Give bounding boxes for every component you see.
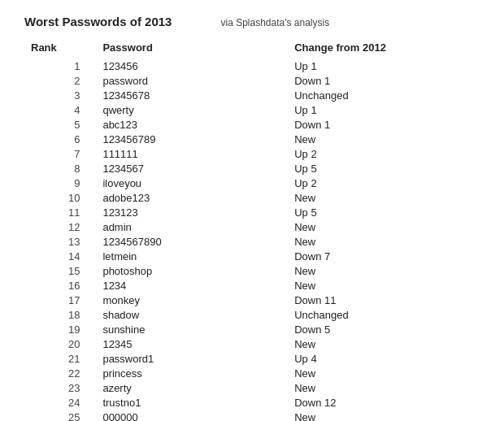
cell-rank: 22 (24, 366, 96, 380)
table-row: 312345678Unchanged (24, 88, 480, 102)
cell-password: password (96, 73, 288, 88)
cell-rank: 16 (24, 278, 96, 293)
cell-rank: 10 (24, 190, 96, 205)
cell-change: Unchanged (288, 88, 480, 102)
cell-password: 111111 (96, 146, 288, 161)
col-rank: Rank (24, 40, 96, 59)
subtitle: via Splashdata's analysis (220, 17, 329, 28)
table-row: 9iloveyouUp 2 (24, 176, 480, 190)
table-row: 2012345New (24, 336, 480, 351)
cell-change: Unchanged (288, 307, 480, 322)
cell-change: New (288, 263, 480, 278)
table-row: 15photoshopNew (24, 263, 480, 278)
cell-rank: 17 (24, 293, 96, 307)
table-row: 12adminNew (24, 219, 480, 234)
table-row: 161234New (24, 278, 480, 293)
cell-rank: 5 (24, 117, 96, 132)
cell-rank: 2 (24, 73, 96, 88)
table-row: 19sunshineDown 5 (24, 322, 480, 336)
cell-rank: 1 (24, 59, 96, 73)
cell-password: 1234567890 (96, 234, 288, 249)
cell-password: password1 (96, 351, 288, 366)
cell-rank: 13 (24, 234, 96, 249)
cell-rank: 8 (24, 161, 96, 176)
table-row: 11123123Up 5 (24, 205, 480, 219)
cell-password: 123123 (96, 205, 288, 219)
cell-password: 123456789 (96, 132, 288, 146)
table-row: 7111111Up 2 (24, 146, 480, 161)
cell-change: New (288, 278, 480, 293)
cell-rank: 15 (24, 263, 96, 278)
cell-change: New (288, 219, 480, 234)
cell-password: 1234 (96, 278, 288, 293)
col-change: Change from 2012 (288, 40, 480, 59)
cell-rank: 23 (24, 380, 96, 395)
cell-change: New (288, 410, 480, 421)
cell-rank: 24 (24, 395, 96, 410)
table-row: 21password1Up 4 (24, 351, 480, 366)
table-row: 6123456789New (24, 132, 480, 146)
cell-change: Up 5 (288, 161, 480, 176)
cell-change: Up 2 (288, 176, 480, 190)
table-row: 25000000New (24, 410, 480, 421)
table-row: 4qwertyUp 1 (24, 102, 480, 117)
cell-rank: 20 (24, 336, 96, 351)
cell-password: 12345 (96, 336, 288, 351)
cell-password: monkey (96, 293, 288, 307)
cell-rank: 14 (24, 249, 96, 263)
table-row: 2passwordDown 1 (24, 73, 480, 88)
cell-password: photoshop (96, 263, 288, 278)
cell-change: Down 5 (288, 322, 480, 336)
table-row: 24trustno1Down 12 (24, 395, 480, 410)
table-row: 131234567890New (24, 234, 480, 249)
cell-password: qwerty (96, 102, 288, 117)
cell-rank: 7 (24, 146, 96, 161)
passwords-table: Rank Password Change from 2012 1123456Up… (24, 40, 480, 421)
table-row: 18shadowUnchanged (24, 307, 480, 322)
cell-rank: 11 (24, 205, 96, 219)
cell-password: shadow (96, 307, 288, 322)
cell-change: New (288, 234, 480, 249)
cell-rank: 9 (24, 176, 96, 190)
title-row: Worst Passwords of 2013 via Splashdata's… (24, 15, 480, 28)
cell-change: New (288, 132, 480, 146)
cell-rank: 19 (24, 322, 96, 336)
cell-rank: 18 (24, 307, 96, 322)
cell-change: New (288, 336, 480, 351)
cell-change: Up 1 (288, 59, 480, 73)
col-password: Password (96, 40, 288, 59)
cell-password: trustno1 (96, 395, 288, 410)
cell-password: sunshine (96, 322, 288, 336)
cell-password: princess (96, 366, 288, 380)
table-row: 1123456Up 1 (24, 59, 480, 73)
cell-password: 000000 (96, 410, 288, 421)
cell-password: iloveyou (96, 176, 288, 190)
cell-password: letmein (96, 249, 288, 263)
cell-change: Up 2 (288, 146, 480, 161)
cell-change: Down 12 (288, 395, 480, 410)
cell-password: 1234567 (96, 161, 288, 176)
cell-change: Down 7 (288, 249, 480, 263)
cell-rank: 6 (24, 132, 96, 146)
cell-password: 12345678 (96, 88, 288, 102)
cell-password: admin (96, 219, 288, 234)
cell-change: Down 1 (288, 73, 480, 88)
cell-rank: 3 (24, 88, 96, 102)
cell-rank: 4 (24, 102, 96, 117)
table-row: 23azertyNew (24, 380, 480, 395)
table-row: 17monkeyDown 11 (24, 293, 480, 307)
cell-change: Up 5 (288, 205, 480, 219)
cell-change: Up 4 (288, 351, 480, 366)
cell-rank: 21 (24, 351, 96, 366)
cell-password: adobe123 (96, 190, 288, 205)
cell-change: Down 1 (288, 117, 480, 132)
cell-change: New (288, 366, 480, 380)
table-row: 14letmeinDown 7 (24, 249, 480, 263)
table-row: 10adobe123New (24, 190, 480, 205)
main-title: Worst Passwords of 2013 (24, 15, 172, 28)
table-row: 81234567Up 5 (24, 161, 480, 176)
cell-change: New (288, 380, 480, 395)
cell-password: 123456 (96, 59, 288, 73)
cell-change: Down 11 (288, 293, 480, 307)
cell-change: New (288, 190, 480, 205)
